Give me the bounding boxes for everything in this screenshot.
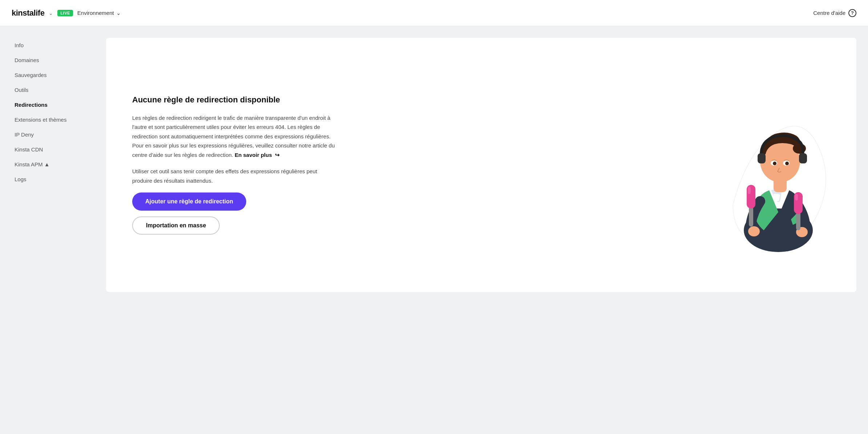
sidebar-item-domaines[interactable]: Domaines: [0, 53, 94, 68]
learn-more-link[interactable]: En savoir plus ↪: [235, 150, 280, 160]
content-card: Aucune règle de redirection disponible L…: [106, 38, 856, 292]
sidebar-item-ip-deny[interactable]: IP Deny: [0, 127, 94, 142]
svg-rect-17: [795, 194, 798, 200]
help-center-button[interactable]: Centre d'aide ?: [813, 9, 856, 17]
illustration: [711, 78, 835, 252]
sidebar-item-kinsta-apm[interactable]: Kinsta APM ▲: [0, 157, 94, 172]
svg-rect-12: [749, 207, 753, 227]
help-icon: ?: [848, 9, 856, 17]
environment-label: Environnement: [77, 10, 114, 16]
sidebar-item-kinsta-cdn[interactable]: Kinsta CDN: [0, 142, 94, 157]
description-paragraph-2: Utiliser cet outil sans tenir compte des…: [132, 167, 336, 185]
page-title: Aucune règle de redirection disponible: [132, 95, 336, 105]
description-paragraph-1: Les règles de redirection redirigent le …: [132, 113, 336, 160]
live-badge: LIVE: [57, 10, 73, 16]
svg-rect-5: [799, 153, 807, 163]
sidebar-item-outils[interactable]: Outils: [0, 82, 94, 97]
chevron-down-icon[interactable]: ⌄: [49, 10, 53, 16]
content-body: Aucune règle de redirection disponible L…: [132, 95, 336, 235]
sidebar: Info Domaines Sauvegardes Outils Redirec…: [0, 26, 94, 434]
chevron-down-icon: ⌄: [116, 10, 121, 16]
sidebar-item-info[interactable]: Info: [0, 38, 94, 53]
sidebar-item-extensions-themes[interactable]: Extensions et thèmes: [0, 112, 94, 127]
svg-point-10: [748, 226, 760, 236]
main-content: Aucune règle de redirection disponible L…: [94, 26, 868, 434]
sidebar-item-redirections[interactable]: Redirections: [0, 97, 94, 112]
environment-selector[interactable]: Environnement ⌄: [77, 10, 121, 16]
svg-point-9: [785, 162, 789, 165]
header-left: kinstalife ⌄ LIVE Environnement ⌄: [12, 8, 121, 18]
sidebar-item-sauvegardes[interactable]: Sauvegardes: [0, 68, 94, 82]
svg-point-8: [773, 162, 776, 165]
bulk-import-button[interactable]: Importation en masse: [132, 216, 220, 235]
sidebar-item-logs[interactable]: Logs: [0, 172, 94, 187]
svg-rect-15: [796, 212, 800, 230]
layout: Info Domaines Sauvegardes Outils Redirec…: [0, 0, 868, 434]
svg-rect-14: [748, 187, 751, 194]
help-center-label: Centre d'aide: [813, 10, 845, 16]
add-redirect-rule-button[interactable]: Ajouter une règle de redirection: [132, 192, 246, 211]
logo: kinstalife: [12, 8, 44, 18]
svg-rect-4: [758, 153, 766, 163]
header: kinstalife ⌄ LIVE Environnement ⌄ Centre…: [0, 0, 868, 26]
